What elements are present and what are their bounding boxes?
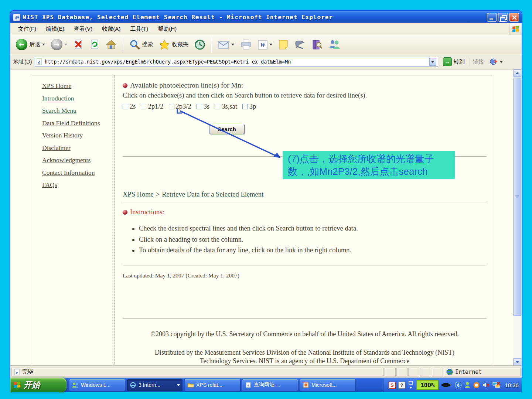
edit-dropdown-icon[interactable] <box>269 44 272 45</box>
task-group-dropdown-icon[interactable] <box>177 384 180 386</box>
page-viewport: XPS Home Introduction Search Menu Data F… <box>10 69 522 366</box>
scroll-up-button[interactable] <box>513 69 521 77</box>
checkbox-3s-sat[interactable]: 3s,sat <box>215 103 237 110</box>
history-button[interactable] <box>192 38 207 51</box>
stop-button[interactable] <box>71 38 85 51</box>
messenger-icon <box>328 39 340 50</box>
pdf-dropdown-icon[interactable] <box>500 61 503 63</box>
page-icon: e <box>14 369 20 375</box>
toolbar: ← 后退 → <box>10 35 522 54</box>
tray-user-icon[interactable] <box>464 382 470 389</box>
search-button-toolbar[interactable]: 搜索 <box>127 38 155 51</box>
svg-text:W: W <box>260 42 266 48</box>
url-text[interactable]: http://srdata.nist.gov/xps/EngElmSrchQue… <box>45 59 427 65</box>
mail-button[interactable] <box>216 39 236 51</box>
tray-window-icon[interactable] <box>408 381 414 389</box>
volume-muted-icon[interactable] <box>482 382 490 388</box>
sidebar-item-xps-home[interactable]: XPS Home <box>42 82 114 90</box>
forward-dropdown-icon[interactable] <box>64 44 67 45</box>
vertical-scrollbar[interactable] <box>513 69 521 366</box>
breadcrumb-current[interactable]: Retrieve Data for a Selected Element <box>162 191 263 198</box>
checkbox-2p3-2[interactable]: 2p3/2 <box>169 103 191 110</box>
tray-help-icon[interactable]: ? <box>398 382 405 389</box>
checkbox-2s[interactable]: 2s <box>123 103 136 110</box>
checkbox-instruction-text: Click on checkboxe(s) and then click on … <box>123 92 367 99</box>
network-disconnected-icon[interactable] <box>492 382 501 388</box>
back-dropdown-icon[interactable] <box>42 44 45 45</box>
pdf-convert-button[interactable] <box>490 57 504 66</box>
instructions-list: Check the desired spectral lines and the… <box>131 225 358 258</box>
menu-edit[interactable]: 编辑(E) <box>41 24 69 34</box>
system-tray: S ? 100% 10:36 <box>384 378 522 392</box>
address-dropdown-icon[interactable] <box>429 58 436 66</box>
back-button[interactable]: ← 后退 <box>14 38 47 51</box>
breadcrumb-xps-home[interactable]: XPS Home <box>123 191 154 198</box>
task-internet-explorer-group[interactable]: 3 Intern... <box>127 379 183 391</box>
mail-dropdown-icon[interactable] <box>231 44 234 45</box>
status-text: 完毕 <box>22 368 33 375</box>
sidebar-item-faqs[interactable]: FAQs <box>42 181 114 189</box>
edit-word-button[interactable]: W <box>256 39 274 51</box>
sidebar-item-data-field-definitions[interactable]: Data Field Definitions <box>42 119 114 127</box>
menu-tools[interactable]: 工具(T) <box>125 24 153 34</box>
favorites-star-icon <box>159 39 170 50</box>
instruction-item: Check the desired spectral lines and the… <box>131 225 358 232</box>
divider <box>123 318 487 319</box>
power-plug-icon[interactable] <box>441 382 452 388</box>
sidebar-item-acknowledgments[interactable]: Acknowledgments <box>42 156 114 164</box>
search-button[interactable]: Search <box>209 124 245 134</box>
scrollbar-thumb[interactable] <box>513 78 521 316</box>
restore-button[interactable] <box>498 13 508 22</box>
copyright-text: ©2003 copyright by the U.S. Secretary of… <box>123 330 487 338</box>
toolbar-separator <box>211 37 212 52</box>
close-button[interactable] <box>509 13 519 22</box>
note-icon <box>278 39 289 50</box>
pdf-convert-icon <box>490 57 498 66</box>
note-button[interactable] <box>276 38 290 51</box>
tray-back-circle-icon[interactable] <box>455 382 462 389</box>
sidebar-item-search-menu[interactable]: Search Menu <box>42 107 114 115</box>
status-cell <box>396 368 407 376</box>
home-button[interactable] <box>104 38 119 51</box>
checkbox-3s[interactable]: 3s <box>197 103 209 110</box>
forward-button[interactable]: → <box>49 38 69 51</box>
links-label[interactable]: 链接 <box>470 58 487 65</box>
refresh-button[interactable] <box>88 38 102 51</box>
menu-favorites[interactable]: 收藏(A) <box>97 24 125 34</box>
task-query-page[interactable]: e 查询网址 ... <box>242 379 298 391</box>
title-bar[interactable]: e NIST XPS Database, Selected Element Se… <box>10 11 522 23</box>
task-microsoft[interactable]: Microsoft... <box>300 379 355 391</box>
sidebar-item-version-history[interactable]: Version History <box>42 132 114 139</box>
research-button[interactable] <box>310 38 324 51</box>
page-ie-icon: e <box>37 58 43 65</box>
checkbox-2p1-2[interactable]: 2p1/2 <box>141 103 163 110</box>
go-button[interactable]: → 转到 <box>441 57 467 67</box>
word-icon: W <box>258 40 267 50</box>
document-task-icon: e <box>245 382 252 388</box>
address-input[interactable]: e http://srdata.nist.gov/xps/EngElmSrchQ… <box>35 57 438 67</box>
messenger-button[interactable] <box>327 38 342 51</box>
sidebar-item-introduction[interactable]: Introduction <box>42 95 114 102</box>
task-buttons: Windows L... 3 Intern... XPS relat... e … <box>69 379 355 391</box>
task-windows-live[interactable]: Windows L... <box>69 379 125 391</box>
minimize-button[interactable] <box>487 13 497 22</box>
menu-view[interactable]: 查看(V) <box>69 24 97 34</box>
start-button[interactable]: 开始 <box>10 378 66 392</box>
favorites-button[interactable]: 收藏夹 <box>157 38 190 51</box>
window-title: NIST XPS Database, Selected Element Sear… <box>23 14 487 21</box>
svg-text:e: e <box>38 59 40 65</box>
tray-ring-icon[interactable] <box>473 382 480 389</box>
print-button[interactable] <box>238 38 254 51</box>
annotation-callout: (7)点击，选择您所收谱的光谱量子 数，,如Mn2P3/2,然后点击search <box>283 151 455 179</box>
app-task-icon <box>303 382 309 388</box>
menu-file[interactable]: 文件(F) <box>13 24 41 34</box>
scroll-down-button[interactable] <box>513 358 521 366</box>
task-xps-folder[interactable]: XPS relat... <box>185 379 240 391</box>
menu-help[interactable]: 帮助(H) <box>153 24 181 34</box>
tray-s-icon[interactable]: S <box>389 382 396 389</box>
checkbox-3p[interactable]: 3p <box>242 103 256 110</box>
sidebar-item-contact-information[interactable]: Contact Information <box>42 169 114 177</box>
sidebar-item-disclaimer[interactable]: Disclaimer <box>42 144 114 152</box>
editor-button[interactable] <box>293 38 307 51</box>
battery-indicator[interactable]: 100% <box>416 380 439 390</box>
